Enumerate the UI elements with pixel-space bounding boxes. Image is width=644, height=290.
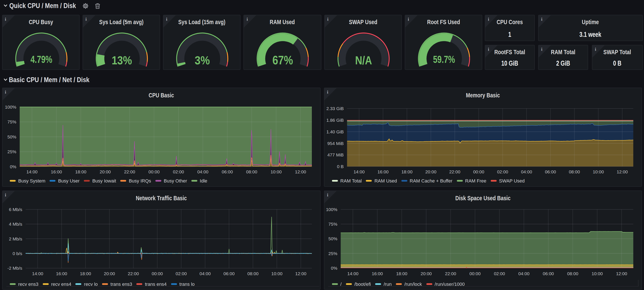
svg-text:14:00: 14:00 [26,169,38,174]
svg-text:10:00: 10:00 [593,169,604,174]
svg-text:16:00: 16:00 [56,271,67,276]
svg-text:08:00: 08:00 [569,169,580,174]
svg-text:18:00: 18:00 [75,169,86,174]
svg-text:20:00: 20:00 [100,169,111,174]
svg-text:100%: 100% [326,207,338,212]
svg-text:00:00: 00:00 [473,169,484,174]
svg-text:75%: 75% [328,222,338,226]
svg-text:08:00: 08:00 [246,169,257,174]
svg-text:18:00: 18:00 [80,271,91,276]
svg-text:14:00: 14:00 [348,271,358,276]
svg-text:02:00: 02:00 [494,271,505,276]
svg-text:20:00: 20:00 [421,271,432,276]
svg-text:10:00: 10:00 [271,271,282,276]
svg-text:10:00: 10:00 [592,271,603,276]
svg-text:N/A: N/A [355,54,372,67]
svg-text:0%: 0% [10,164,16,169]
svg-text:22:00: 22:00 [445,271,456,276]
svg-text:25%: 25% [7,149,16,154]
svg-text:12:00: 12:00 [617,169,628,174]
svg-text:2.33 GiB: 2.33 GiB [326,106,344,111]
svg-text:4 Mb/s: 4 Mb/s [9,222,22,226]
svg-text:22:00: 22:00 [450,169,461,174]
svg-text:08:00: 08:00 [567,271,578,276]
svg-text:20:00: 20:00 [426,169,437,174]
svg-text:50%: 50% [7,134,16,139]
svg-text:100%: 100% [5,104,16,110]
svg-text:18:00: 18:00 [396,271,408,276]
svg-text:22:00: 22:00 [128,271,139,276]
svg-text:04:00: 04:00 [521,169,532,174]
svg-text:14:00: 14:00 [354,169,365,174]
svg-text:75%: 75% [7,120,16,124]
svg-text:3%: 3% [195,54,210,67]
svg-text:08:00: 08:00 [247,271,258,276]
svg-text:00:00: 00:00 [152,271,163,276]
svg-text:12:00: 12:00 [616,271,628,276]
svg-text:18:00: 18:00 [402,169,413,174]
svg-text:04:00: 04:00 [200,271,211,276]
svg-text:22:00: 22:00 [124,169,135,174]
svg-text:13%: 13% [112,54,132,67]
svg-text:25%: 25% [328,251,338,256]
svg-text:6 Mb/s: 6 Mb/s [9,207,22,212]
svg-text:20:00: 20:00 [104,271,115,276]
svg-text:67%: 67% [272,53,293,67]
svg-text:16:00: 16:00 [50,169,62,174]
svg-text:16:00: 16:00 [378,169,389,174]
svg-text:59.7%: 59.7% [433,54,455,65]
svg-text:12:00: 12:00 [295,271,306,276]
svg-text:954 MiB: 954 MiB [328,141,344,146]
svg-text:4.79%: 4.79% [30,54,52,65]
svg-text:06:00: 06:00 [222,169,233,174]
svg-text:02:00: 02:00 [173,169,184,174]
svg-text:10:00: 10:00 [270,169,282,174]
svg-text:04:00: 04:00 [197,169,208,174]
svg-text:0%: 0% [331,266,338,270]
svg-text:14:00: 14:00 [32,271,43,276]
svg-text:12:00: 12:00 [295,169,306,174]
svg-text:16:00: 16:00 [372,271,383,276]
svg-text:00:00: 00:00 [470,271,481,276]
svg-text:2 Mb/s: 2 Mb/s [9,236,22,241]
svg-text:0 B: 0 B [337,164,344,169]
svg-text:06:00: 06:00 [223,271,234,276]
svg-text:1.86 GiB: 1.86 GiB [326,118,344,122]
svg-text:-2 Mb/s: -2 Mb/s [7,266,22,270]
svg-text:04:00: 04:00 [518,271,530,276]
svg-text:06:00: 06:00 [543,271,554,276]
svg-text:02:00: 02:00 [497,169,508,174]
svg-text:477 MiB: 477 MiB [328,152,344,157]
svg-text:06:00: 06:00 [545,169,556,174]
svg-text:1.40 GiB: 1.40 GiB [326,129,344,134]
svg-text:0 b/s: 0 b/s [12,251,22,256]
svg-text:50%: 50% [328,236,338,241]
svg-text:02:00: 02:00 [176,271,187,276]
svg-text:00:00: 00:00 [148,169,160,174]
